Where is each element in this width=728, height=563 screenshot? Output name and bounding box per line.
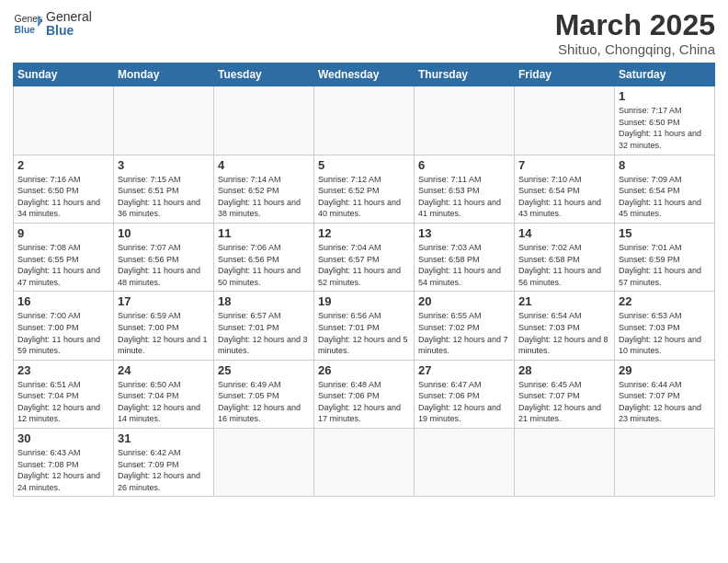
day-info: Sunrise: 6:44 AM Sunset: 7:07 PM Dayligh… [619, 379, 711, 425]
calendar-cell: 21Sunrise: 6:54 AM Sunset: 7:03 PM Dayli… [515, 292, 615, 360]
logo-icon: General Blue [13, 9, 42, 39]
weekday-wednesday: Wednesday [314, 63, 415, 86]
logo-general-text: General [46, 10, 92, 24]
day-info: Sunrise: 6:49 AM Sunset: 7:05 PM Dayligh… [218, 379, 310, 425]
day-info: Sunrise: 6:43 AM Sunset: 7:08 PM Dayligh… [17, 447, 109, 493]
day-number: 21 [518, 294, 610, 308]
calendar-cell: 4Sunrise: 7:14 AM Sunset: 6:52 PM Daylig… [214, 155, 314, 223]
calendar-cell [314, 86, 415, 155]
day-number: 24 [118, 363, 210, 377]
day-info: Sunrise: 7:17 AM Sunset: 6:50 PM Dayligh… [619, 105, 711, 151]
calendar-week-3: 9Sunrise: 7:08 AM Sunset: 6:55 PM Daylig… [14, 223, 715, 291]
calendar-cell: 25Sunrise: 6:49 AM Sunset: 7:05 PM Dayli… [214, 360, 314, 428]
day-number: 28 [518, 363, 610, 377]
day-info: Sunrise: 7:12 AM Sunset: 6:52 PM Dayligh… [318, 174, 410, 220]
day-info: Sunrise: 6:50 AM Sunset: 7:04 PM Dayligh… [118, 379, 210, 425]
main-title: March 2025 [555, 9, 715, 41]
day-info: Sunrise: 6:57 AM Sunset: 7:01 PM Dayligh… [218, 310, 310, 356]
day-number: 20 [418, 294, 510, 308]
day-number: 10 [118, 226, 210, 240]
calendar-cell: 22Sunrise: 6:53 AM Sunset: 7:03 PM Dayli… [615, 292, 715, 360]
calendar-cell: 13Sunrise: 7:03 AM Sunset: 6:58 PM Dayli… [415, 223, 515, 291]
calendar-cell: 29Sunrise: 6:44 AM Sunset: 7:07 PM Dayli… [615, 360, 715, 428]
calendar-cell: 16Sunrise: 7:00 AM Sunset: 7:00 PM Dayli… [14, 292, 114, 360]
day-info: Sunrise: 6:47 AM Sunset: 7:06 PM Dayligh… [418, 379, 510, 425]
calendar-cell: 31Sunrise: 6:42 AM Sunset: 7:09 PM Dayli… [114, 429, 214, 497]
weekday-friday: Friday [515, 63, 615, 86]
day-info: Sunrise: 7:00 AM Sunset: 7:00 PM Dayligh… [17, 310, 109, 356]
calendar-week-2: 2Sunrise: 7:16 AM Sunset: 6:50 PM Daylig… [14, 155, 715, 223]
weekday-tuesday: Tuesday [214, 63, 314, 86]
day-number: 16 [17, 294, 109, 308]
title-block: March 2025 Shituo, Chongqing, China [555, 9, 715, 57]
calendar-week-1: 1Sunrise: 7:17 AM Sunset: 6:50 PM Daylig… [14, 86, 715, 155]
day-number: 29 [619, 363, 711, 377]
calendar-cell: 9Sunrise: 7:08 AM Sunset: 6:55 PM Daylig… [14, 223, 114, 291]
weekday-thursday: Thursday [415, 63, 515, 86]
calendar-cell: 10Sunrise: 7:07 AM Sunset: 6:56 PM Dayli… [114, 223, 214, 291]
calendar-cell [415, 86, 515, 155]
calendar-cell: 11Sunrise: 7:06 AM Sunset: 6:56 PM Dayli… [214, 223, 314, 291]
subtitle: Shituo, Chongqing, China [555, 41, 715, 57]
calendar-cell: 5Sunrise: 7:12 AM Sunset: 6:52 PM Daylig… [314, 155, 415, 223]
calendar-cell: 15Sunrise: 7:01 AM Sunset: 6:59 PM Dayli… [615, 223, 715, 291]
calendar-cell: 1Sunrise: 7:17 AM Sunset: 6:50 PM Daylig… [615, 86, 715, 155]
calendar-cell [415, 429, 515, 497]
day-info: Sunrise: 7:07 AM Sunset: 6:56 PM Dayligh… [118, 242, 210, 288]
day-info: Sunrise: 6:53 AM Sunset: 7:03 PM Dayligh… [619, 310, 711, 356]
calendar-cell [114, 86, 214, 155]
day-number: 5 [318, 158, 410, 172]
day-number: 27 [418, 363, 510, 377]
day-info: Sunrise: 6:42 AM Sunset: 7:09 PM Dayligh… [118, 447, 210, 493]
logo-blue-text: Blue [46, 24, 92, 38]
calendar: SundayMondayTuesdayWednesdayThursdayFrid… [13, 63, 715, 497]
day-number: 1 [619, 89, 711, 103]
day-info: Sunrise: 7:04 AM Sunset: 6:57 PM Dayligh… [318, 242, 410, 288]
day-info: Sunrise: 6:48 AM Sunset: 7:06 PM Dayligh… [318, 379, 410, 425]
day-number: 18 [218, 294, 310, 308]
day-number: 22 [619, 294, 711, 308]
calendar-cell [515, 429, 615, 497]
calendar-cell [214, 86, 314, 155]
day-number: 4 [218, 158, 310, 172]
day-info: Sunrise: 7:02 AM Sunset: 6:58 PM Dayligh… [518, 242, 610, 288]
day-number: 11 [218, 226, 310, 240]
day-number: 12 [318, 226, 410, 240]
day-info: Sunrise: 6:59 AM Sunset: 7:00 PM Dayligh… [118, 310, 210, 356]
calendar-cell: 19Sunrise: 6:56 AM Sunset: 7:01 PM Dayli… [314, 292, 415, 360]
day-info: Sunrise: 7:15 AM Sunset: 6:51 PM Dayligh… [118, 174, 210, 220]
calendar-cell: 24Sunrise: 6:50 AM Sunset: 7:04 PM Dayli… [114, 360, 214, 428]
day-number: 25 [218, 363, 310, 377]
calendar-cell [314, 429, 415, 497]
weekday-monday: Monday [114, 63, 214, 86]
calendar-cell: 18Sunrise: 6:57 AM Sunset: 7:01 PM Dayli… [214, 292, 314, 360]
calendar-cell: 23Sunrise: 6:51 AM Sunset: 7:04 PM Dayli… [14, 360, 114, 428]
day-number: 15 [619, 226, 711, 240]
calendar-cell: 28Sunrise: 6:45 AM Sunset: 7:07 PM Dayli… [515, 360, 615, 428]
day-info: Sunrise: 6:45 AM Sunset: 7:07 PM Dayligh… [518, 379, 610, 425]
calendar-cell [515, 86, 615, 155]
calendar-body: 1Sunrise: 7:17 AM Sunset: 6:50 PM Daylig… [14, 86, 715, 497]
day-info: Sunrise: 6:54 AM Sunset: 7:03 PM Dayligh… [518, 310, 610, 356]
weekday-sunday: Sunday [14, 63, 114, 86]
calendar-cell [14, 86, 114, 155]
day-info: Sunrise: 7:16 AM Sunset: 6:50 PM Dayligh… [17, 174, 109, 220]
day-number: 6 [418, 158, 510, 172]
page-header: General Blue General Blue March 2025 Shi… [13, 9, 715, 57]
calendar-cell: 26Sunrise: 6:48 AM Sunset: 7:06 PM Dayli… [314, 360, 415, 428]
day-info: Sunrise: 7:11 AM Sunset: 6:53 PM Dayligh… [418, 174, 510, 220]
weekday-saturday: Saturday [615, 63, 715, 86]
day-info: Sunrise: 7:06 AM Sunset: 6:56 PM Dayligh… [218, 242, 310, 288]
day-info: Sunrise: 6:56 AM Sunset: 7:01 PM Dayligh… [318, 310, 410, 356]
day-number: 13 [418, 226, 510, 240]
day-info: Sunrise: 7:03 AM Sunset: 6:58 PM Dayligh… [418, 242, 510, 288]
day-info: Sunrise: 6:55 AM Sunset: 7:02 PM Dayligh… [418, 310, 510, 356]
day-info: Sunrise: 7:09 AM Sunset: 6:54 PM Dayligh… [619, 174, 711, 220]
calendar-cell: 14Sunrise: 7:02 AM Sunset: 6:58 PM Dayli… [515, 223, 615, 291]
day-number: 14 [518, 226, 610, 240]
calendar-cell [214, 429, 314, 497]
svg-text:Blue: Blue [15, 25, 36, 35]
day-number: 31 [118, 431, 210, 445]
day-number: 23 [17, 363, 109, 377]
day-number: 9 [17, 226, 109, 240]
